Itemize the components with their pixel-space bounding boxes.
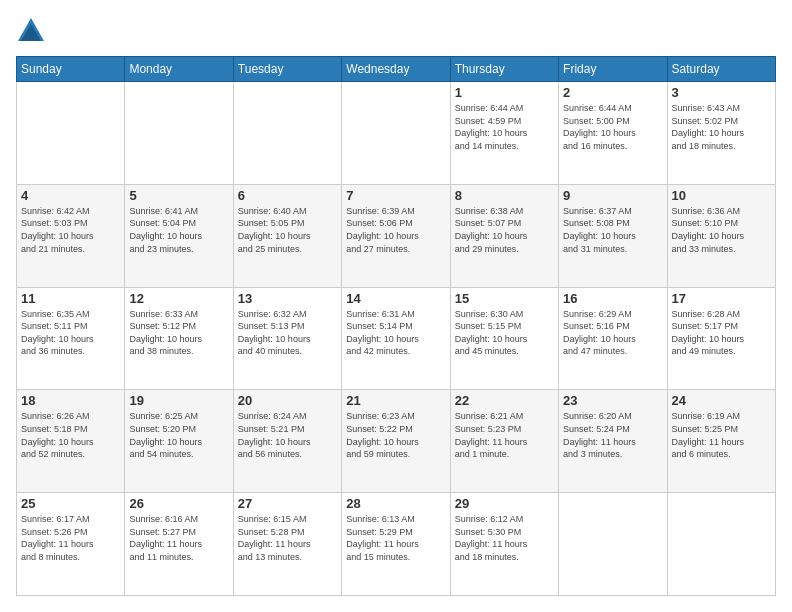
- day-number: 29: [455, 496, 554, 511]
- calendar-cell: 27Sunrise: 6:15 AM Sunset: 5:28 PM Dayli…: [233, 493, 341, 596]
- day-info: Sunrise: 6:31 AM Sunset: 5:14 PM Dayligh…: [346, 308, 445, 358]
- weekday-header-thursday: Thursday: [450, 57, 558, 82]
- weekday-header-monday: Monday: [125, 57, 233, 82]
- calendar-cell: 5Sunrise: 6:41 AM Sunset: 5:04 PM Daylig…: [125, 184, 233, 287]
- day-number: 15: [455, 291, 554, 306]
- calendar-table: SundayMondayTuesdayWednesdayThursdayFrid…: [16, 56, 776, 596]
- page: SundayMondayTuesdayWednesdayThursdayFrid…: [0, 0, 792, 612]
- day-info: Sunrise: 6:44 AM Sunset: 5:00 PM Dayligh…: [563, 102, 662, 152]
- day-info: Sunrise: 6:42 AM Sunset: 5:03 PM Dayligh…: [21, 205, 120, 255]
- day-number: 16: [563, 291, 662, 306]
- day-number: 23: [563, 393, 662, 408]
- day-info: Sunrise: 6:36 AM Sunset: 5:10 PM Dayligh…: [672, 205, 771, 255]
- day-info: Sunrise: 6:13 AM Sunset: 5:29 PM Dayligh…: [346, 513, 445, 563]
- calendar-cell: 16Sunrise: 6:29 AM Sunset: 5:16 PM Dayli…: [559, 287, 667, 390]
- calendar-cell: [17, 82, 125, 185]
- weekday-header-tuesday: Tuesday: [233, 57, 341, 82]
- calendar-cell: [125, 82, 233, 185]
- calendar-cell: 15Sunrise: 6:30 AM Sunset: 5:15 PM Dayli…: [450, 287, 558, 390]
- calendar-cell: 17Sunrise: 6:28 AM Sunset: 5:17 PM Dayli…: [667, 287, 775, 390]
- calendar-cell: 25Sunrise: 6:17 AM Sunset: 5:26 PM Dayli…: [17, 493, 125, 596]
- day-info: Sunrise: 6:17 AM Sunset: 5:26 PM Dayligh…: [21, 513, 120, 563]
- day-number: 18: [21, 393, 120, 408]
- day-number: 22: [455, 393, 554, 408]
- day-number: 20: [238, 393, 337, 408]
- day-info: Sunrise: 6:15 AM Sunset: 5:28 PM Dayligh…: [238, 513, 337, 563]
- day-info: Sunrise: 6:33 AM Sunset: 5:12 PM Dayligh…: [129, 308, 228, 358]
- calendar-cell: 19Sunrise: 6:25 AM Sunset: 5:20 PM Dayli…: [125, 390, 233, 493]
- day-number: 28: [346, 496, 445, 511]
- day-info: Sunrise: 6:28 AM Sunset: 5:17 PM Dayligh…: [672, 308, 771, 358]
- day-number: 6: [238, 188, 337, 203]
- calendar-cell: 10Sunrise: 6:36 AM Sunset: 5:10 PM Dayli…: [667, 184, 775, 287]
- calendar-cell: 14Sunrise: 6:31 AM Sunset: 5:14 PM Dayli…: [342, 287, 450, 390]
- day-number: 5: [129, 188, 228, 203]
- day-info: Sunrise: 6:32 AM Sunset: 5:13 PM Dayligh…: [238, 308, 337, 358]
- day-info: Sunrise: 6:41 AM Sunset: 5:04 PM Dayligh…: [129, 205, 228, 255]
- day-number: 9: [563, 188, 662, 203]
- weekday-header-wednesday: Wednesday: [342, 57, 450, 82]
- day-info: Sunrise: 6:21 AM Sunset: 5:23 PM Dayligh…: [455, 410, 554, 460]
- logo-icon: [16, 16, 46, 46]
- calendar-cell: 22Sunrise: 6:21 AM Sunset: 5:23 PM Dayli…: [450, 390, 558, 493]
- day-number: 21: [346, 393, 445, 408]
- day-info: Sunrise: 6:23 AM Sunset: 5:22 PM Dayligh…: [346, 410, 445, 460]
- calendar-cell: 3Sunrise: 6:43 AM Sunset: 5:02 PM Daylig…: [667, 82, 775, 185]
- day-number: 26: [129, 496, 228, 511]
- day-info: Sunrise: 6:26 AM Sunset: 5:18 PM Dayligh…: [21, 410, 120, 460]
- day-number: 14: [346, 291, 445, 306]
- calendar-cell: 20Sunrise: 6:24 AM Sunset: 5:21 PM Dayli…: [233, 390, 341, 493]
- day-number: 1: [455, 85, 554, 100]
- calendar-cell: 4Sunrise: 6:42 AM Sunset: 5:03 PM Daylig…: [17, 184, 125, 287]
- calendar-cell: [559, 493, 667, 596]
- calendar-cell: 12Sunrise: 6:33 AM Sunset: 5:12 PM Dayli…: [125, 287, 233, 390]
- calendar-cell: 13Sunrise: 6:32 AM Sunset: 5:13 PM Dayli…: [233, 287, 341, 390]
- day-info: Sunrise: 6:19 AM Sunset: 5:25 PM Dayligh…: [672, 410, 771, 460]
- day-number: 4: [21, 188, 120, 203]
- day-info: Sunrise: 6:30 AM Sunset: 5:15 PM Dayligh…: [455, 308, 554, 358]
- calendar-cell: 1Sunrise: 6:44 AM Sunset: 4:59 PM Daylig…: [450, 82, 558, 185]
- day-info: Sunrise: 6:16 AM Sunset: 5:27 PM Dayligh…: [129, 513, 228, 563]
- calendar-cell: 18Sunrise: 6:26 AM Sunset: 5:18 PM Dayli…: [17, 390, 125, 493]
- calendar-cell: 6Sunrise: 6:40 AM Sunset: 5:05 PM Daylig…: [233, 184, 341, 287]
- day-info: Sunrise: 6:44 AM Sunset: 4:59 PM Dayligh…: [455, 102, 554, 152]
- day-info: Sunrise: 6:37 AM Sunset: 5:08 PM Dayligh…: [563, 205, 662, 255]
- day-info: Sunrise: 6:40 AM Sunset: 5:05 PM Dayligh…: [238, 205, 337, 255]
- day-info: Sunrise: 6:35 AM Sunset: 5:11 PM Dayligh…: [21, 308, 120, 358]
- weekday-header-friday: Friday: [559, 57, 667, 82]
- day-info: Sunrise: 6:29 AM Sunset: 5:16 PM Dayligh…: [563, 308, 662, 358]
- day-number: 10: [672, 188, 771, 203]
- day-number: 13: [238, 291, 337, 306]
- header: [16, 16, 776, 46]
- calendar-cell: [342, 82, 450, 185]
- day-number: 3: [672, 85, 771, 100]
- calendar-cell: 29Sunrise: 6:12 AM Sunset: 5:30 PM Dayli…: [450, 493, 558, 596]
- weekday-header-sunday: Sunday: [17, 57, 125, 82]
- day-number: 7: [346, 188, 445, 203]
- calendar-cell: 11Sunrise: 6:35 AM Sunset: 5:11 PM Dayli…: [17, 287, 125, 390]
- day-info: Sunrise: 6:39 AM Sunset: 5:06 PM Dayligh…: [346, 205, 445, 255]
- calendar-cell: 9Sunrise: 6:37 AM Sunset: 5:08 PM Daylig…: [559, 184, 667, 287]
- day-number: 11: [21, 291, 120, 306]
- calendar-cell: 26Sunrise: 6:16 AM Sunset: 5:27 PM Dayli…: [125, 493, 233, 596]
- day-info: Sunrise: 6:38 AM Sunset: 5:07 PM Dayligh…: [455, 205, 554, 255]
- day-info: Sunrise: 6:24 AM Sunset: 5:21 PM Dayligh…: [238, 410, 337, 460]
- day-info: Sunrise: 6:12 AM Sunset: 5:30 PM Dayligh…: [455, 513, 554, 563]
- day-number: 12: [129, 291, 228, 306]
- calendar-cell: [667, 493, 775, 596]
- calendar-cell: 23Sunrise: 6:20 AM Sunset: 5:24 PM Dayli…: [559, 390, 667, 493]
- day-number: 19: [129, 393, 228, 408]
- weekday-header-saturday: Saturday: [667, 57, 775, 82]
- calendar-cell: 24Sunrise: 6:19 AM Sunset: 5:25 PM Dayli…: [667, 390, 775, 493]
- calendar-cell: 28Sunrise: 6:13 AM Sunset: 5:29 PM Dayli…: [342, 493, 450, 596]
- day-number: 24: [672, 393, 771, 408]
- calendar-cell: 8Sunrise: 6:38 AM Sunset: 5:07 PM Daylig…: [450, 184, 558, 287]
- day-number: 27: [238, 496, 337, 511]
- day-number: 2: [563, 85, 662, 100]
- calendar-cell: [233, 82, 341, 185]
- day-number: 17: [672, 291, 771, 306]
- day-number: 8: [455, 188, 554, 203]
- day-info: Sunrise: 6:43 AM Sunset: 5:02 PM Dayligh…: [672, 102, 771, 152]
- day-info: Sunrise: 6:25 AM Sunset: 5:20 PM Dayligh…: [129, 410, 228, 460]
- calendar-cell: 21Sunrise: 6:23 AM Sunset: 5:22 PM Dayli…: [342, 390, 450, 493]
